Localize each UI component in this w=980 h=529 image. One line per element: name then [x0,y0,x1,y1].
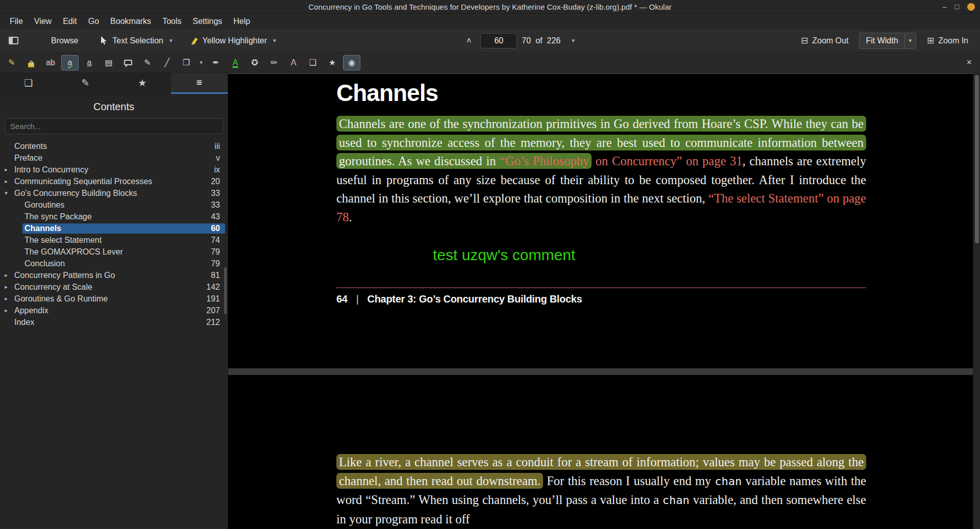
toc-item[interactable]: Prefacev [0,152,228,164]
sidebar: ❏✎★≡ Contents ContentsiiiPrefacev▸Intro … [0,73,228,529]
page-number-input[interactable] [480,33,517,48]
sidebar-tab-bookmarks[interactable]: ★ [114,73,171,94]
toc-item[interactable]: ▸Concurrency at Scale142 [0,281,228,293]
page-list-dropdown-button[interactable]: ▾ [565,34,579,47]
mouse-mode-combo[interactable]: Text Selection ▾ [96,33,177,48]
caret-right-icon[interactable]: ▸ [0,295,12,302]
search-input[interactable] [5,118,223,134]
sidebar-tab-thumbnails[interactable]: ❏ [0,73,57,94]
toc-item-body[interactable]: Conclusion79 [22,259,225,269]
shape-tool-button[interactable]: ❒ [178,55,195,70]
caret-right-icon[interactable]: ▸ [0,284,12,290]
caret-right-icon[interactable]: ▸ [0,166,12,173]
toc-item[interactable]: ▾Go's Concurrency Building Blocks33 [0,187,228,199]
menu-file[interactable]: File [4,15,29,28]
toc-item-body[interactable]: Go's Concurrency Building Blocks33 [12,188,225,198]
inline-note-tool-button[interactable]: ✎ [139,55,156,70]
chevron-down-icon[interactable]: ▾ [904,33,916,48]
zoom-in-button[interactable]: ⊞ Zoom In [922,32,973,49]
toc-item-body[interactable]: Intro to Concurrencyix [12,165,225,175]
toc-page-number: 20 [211,177,220,186]
toc-item[interactable]: ▸Communicating Sequential Processes20 [0,175,228,187]
strikeout-tool-button[interactable]: ab [42,55,59,70]
document-scrollbar-thumb[interactable] [975,75,979,243]
close-button[interactable] [967,3,975,11]
pin-annotation-tool-button[interactable]: ◉ [343,55,360,70]
menu-help[interactable]: Help [228,15,256,28]
annotation-toolbar: ✎aabaa▤✎╱❒▾✒A✪✏A❑★◉ × [0,53,980,73]
toc-item-body[interactable]: The sync Package43 [22,212,225,222]
toc-item-body[interactable]: The select Statement74 [22,235,225,245]
toc-item-body[interactable]: Contentsiii [12,141,225,152]
underline-tool-button[interactable]: a [81,55,98,70]
menu-bookmarks[interactable]: Bookmarks [105,15,157,28]
toc-item-body[interactable]: Index212 [12,317,225,328]
freehand-line-tool-button[interactable]: ✎ [3,55,20,70]
document-tool-button[interactable]: ❑ [304,55,322,70]
zoom-out-button[interactable]: ⊟ Zoom Out [796,32,853,49]
straight-line-tool-button[interactable]: ╱ [158,55,176,70]
caret-right-icon[interactable]: ▸ [0,178,12,185]
toc-label: The select Statement [24,236,102,245]
toc-item[interactable]: Goroutines33 [0,199,228,211]
menu-view[interactable]: View [29,15,57,28]
favorites-tool-button[interactable]: ★ [324,55,341,70]
typewriter-tool-button[interactable]: ▤ [100,55,117,70]
browse-button[interactable]: Browse [46,33,83,48]
caret-right-icon[interactable]: ▸ [0,272,12,279]
menu-go[interactable]: Go [83,15,105,28]
sidebar-tab-reviews[interactable]: ✎ [57,73,114,94]
toc-item[interactable]: ▸Goroutines & Go Runtime191 [0,293,228,305]
toc-item-body[interactable]: Appendix207 [12,306,225,316]
document-scrollbar[interactable] [973,73,980,529]
toc-item-body[interactable]: Channels60 [22,223,225,234]
toc-item[interactable]: Index212 [0,316,228,328]
toc-item-body[interactable]: Concurrency at Scale142 [12,282,225,292]
pencil-tool-button[interactable]: ✏ [265,55,283,70]
toc-item[interactable]: The GOMAXPROCS Lever79 [0,246,228,258]
toc-item[interactable]: The sync Package43 [0,211,228,222]
close-annotation-toolbar-button[interactable]: × [963,53,975,72]
highlighter-tool-button[interactable]: a [22,55,40,70]
squiggle-tool-button[interactable]: a [61,55,79,70]
toc-item[interactable]: Conclusion79 [0,258,228,269]
popup-note-tool-button[interactable] [119,55,137,70]
caret-right-icon[interactable]: ▸ [0,307,12,314]
text-markup-tool-button[interactable]: A [285,55,302,70]
toc-item-body[interactable]: Communicating Sequential Processes20 [12,177,225,187]
toc-page-number: 142 [206,283,220,292]
caret-down-icon[interactable]: ▾ [0,190,12,196]
toc-item-body[interactable]: Concurrency Patterns in Go81 [12,270,225,281]
toc-item[interactable]: Contentsiii [0,140,228,152]
window-controls: – □ [943,0,975,13]
pen-tool-button[interactable]: ✒ [207,55,225,70]
menu-edit[interactable]: Edit [57,15,83,28]
toc-item-body[interactable]: Goroutines33 [22,200,225,210]
annotation-tool-combo[interactable]: Yellow Highlighter ▾ [185,33,281,48]
pdf-link[interactable]: “Go’s Philosophy [500,154,589,168]
toc-item[interactable]: The select Statement74 [0,234,228,246]
font-color-tool-button[interactable]: A [227,55,244,70]
sidebar-tab-contents[interactable]: ≡ [171,73,228,94]
menu-settings[interactable]: Settings [187,15,228,28]
zoom-mode-combo[interactable]: Fit Width ▾ [859,33,916,49]
menu-tools[interactable]: Tools [157,15,187,28]
inline-note-annotation[interactable]: test uzqw's comment [433,246,575,264]
maximize-button[interactable]: □ [955,3,959,10]
toc-item-body[interactable]: Goroutines & Go Runtime191 [12,294,225,304]
show-sidebar-button[interactable] [4,34,23,47]
minimize-button[interactable]: – [943,3,947,10]
toc-item[interactable]: ▸Concurrency Patterns in Go81 [0,269,228,281]
pdf-link[interactable]: on Concurrency” on page 31 [592,154,742,168]
toc-item[interactable]: Channels60 [0,222,228,234]
page-footer: 64 | Chapter 3: Go’s Concurrency Buildin… [336,293,582,305]
toc-item-body[interactable]: Prefacev [12,153,225,163]
sidebar-scrollbar-thumb[interactable] [224,267,227,314]
stamp-tool-button[interactable]: ✪ [246,55,263,70]
toc-item[interactable]: ▸Intro to Concurrencyix [0,164,228,175]
collapse-annotation-toolbar-button[interactable]: ˄ [462,33,476,48]
toc-item[interactable]: ▸Appendix207 [0,305,228,316]
toc-page-number: 60 [211,224,220,233]
shape-tool-dropdown-button[interactable]: ▾ [197,55,205,70]
toc-item-body[interactable]: The GOMAXPROCS Lever79 [22,247,225,257]
